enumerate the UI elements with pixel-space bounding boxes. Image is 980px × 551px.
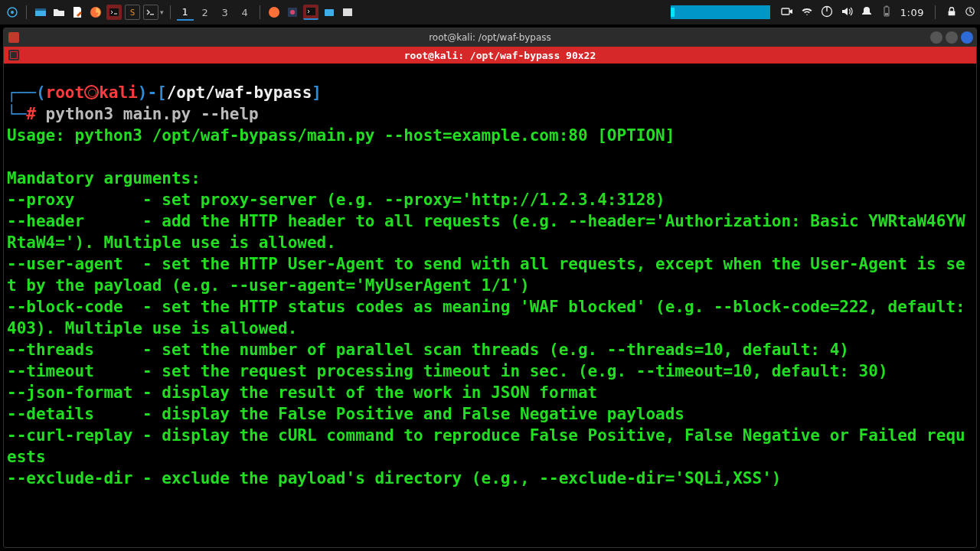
task-app-icon-3[interactable] xyxy=(340,5,355,20)
svg-rect-19 xyxy=(885,13,888,15)
window-minimize-button[interactable] xyxy=(930,31,942,44)
desktop-panel: S ▾ 1 2 3 4 1:09 xyxy=(0,0,980,24)
dropdown-caret-icon[interactable]: ▾ xyxy=(160,8,164,16)
svg-rect-3 xyxy=(35,8,46,11)
terminal-window: root@kali: /opt/waf-bypass root@kali: /o… xyxy=(3,28,977,548)
svg-rect-16 xyxy=(826,7,827,11)
prompt-line-1: ┌──(rootkali)-[/opt/waf-bypass] xyxy=(7,82,973,103)
window-titlebar[interactable]: root@kali: /opt/waf-bypass xyxy=(4,28,976,47)
workspace-3[interactable]: 3 xyxy=(217,4,234,21)
wifi-icon[interactable] xyxy=(801,5,813,20)
text-editor-icon[interactable] xyxy=(70,5,85,20)
svg-point-1 xyxy=(11,11,14,14)
svg-rect-13 xyxy=(343,8,352,16)
terminal-tab-label: root@kali: /opt/waf-bypass 90x22 xyxy=(24,50,976,61)
workspace-2[interactable]: 2 xyxy=(197,4,214,21)
svg-point-8 xyxy=(269,7,279,18)
svg-text:S: S xyxy=(130,8,136,18)
command-text: python3 main.py --help xyxy=(46,105,259,123)
svg-rect-20 xyxy=(949,11,956,15)
svg-rect-14 xyxy=(782,8,789,15)
terminal-output: Usage: python3 /opt/waf-bypass/main.py -… xyxy=(7,125,973,489)
file-manager-icon[interactable] xyxy=(51,5,67,20)
terminal-tabstrip[interactable]: root@kali: /opt/waf-bypass 90x22 xyxy=(4,47,976,64)
audio-visualizer[interactable] xyxy=(671,5,770,19)
battery-icon[interactable] xyxy=(880,5,893,20)
terminal-body[interactable]: ┌──(rootkali)-[/opt/waf-bypass] └─# pyth… xyxy=(4,64,976,547)
app-menu-icon[interactable] xyxy=(5,5,20,20)
svg-rect-7 xyxy=(150,14,154,15)
task-firefox-icon[interactable] xyxy=(266,5,282,20)
power-menu-icon[interactable] xyxy=(821,5,833,20)
skull-icon xyxy=(84,85,99,99)
window-close-button[interactable] xyxy=(961,31,973,44)
svg-rect-11 xyxy=(306,8,315,15)
lock-icon[interactable] xyxy=(946,6,957,19)
svg-point-10 xyxy=(290,10,295,15)
task-app-icon-1[interactable] xyxy=(285,5,300,20)
system-tray: 1:09 xyxy=(671,5,975,20)
session-icon[interactable] xyxy=(965,6,975,19)
window-app-icon xyxy=(8,32,19,43)
terminal-tab-icon xyxy=(8,50,19,60)
sublime-icon[interactable]: S xyxy=(125,5,140,20)
task-terminal-icon[interactable] xyxy=(303,5,318,20)
volume-icon[interactable] xyxy=(841,5,853,20)
window-title: root@kali: /opt/waf-bypass xyxy=(4,32,976,43)
terminal-icon-1[interactable] xyxy=(106,5,122,20)
svg-rect-18 xyxy=(885,5,887,7)
firefox-icon[interactable] xyxy=(88,5,103,20)
workspace-1[interactable]: 1 xyxy=(177,4,194,21)
prompt-line-2: └─# python3 main.py --help xyxy=(7,103,973,125)
screen-record-icon[interactable] xyxy=(781,5,793,20)
window-maximize-button[interactable] xyxy=(946,31,958,44)
terminal-icon-2[interactable] xyxy=(143,5,158,20)
show-desktop-icon[interactable] xyxy=(33,5,48,20)
task-app-icon-2[interactable] xyxy=(322,5,337,20)
svg-rect-5 xyxy=(109,8,119,16)
notifications-icon[interactable] xyxy=(861,5,873,20)
clock[interactable]: 1:09 xyxy=(900,7,924,18)
svg-rect-12 xyxy=(325,9,334,16)
workspace-4[interactable]: 4 xyxy=(237,4,253,21)
